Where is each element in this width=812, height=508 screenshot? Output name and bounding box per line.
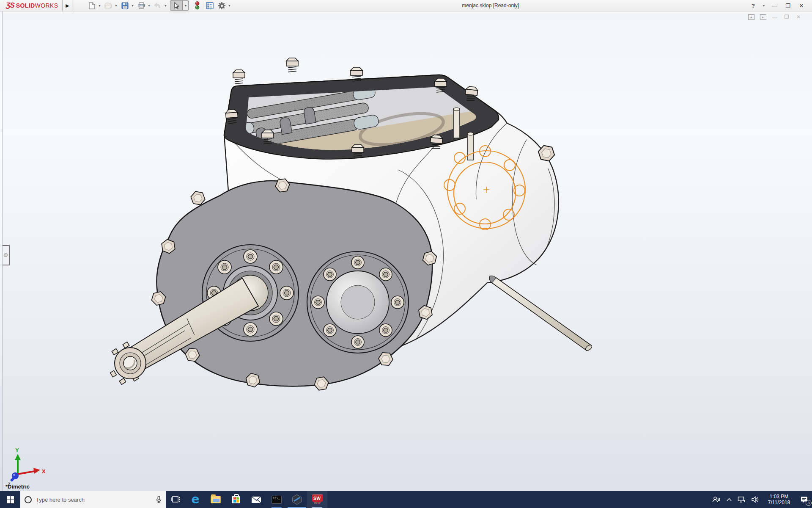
cortana-icon	[25, 496, 32, 503]
select-arrow-icon	[174, 2, 179, 9]
file-properties-button[interactable]	[205, 0, 215, 11]
new-document-icon	[89, 2, 95, 9]
mail-icon	[251, 496, 261, 503]
notification-badge: 3	[806, 500, 812, 506]
x-axis-label: X	[42, 468, 46, 475]
taskbar-icon-command-prompt[interactable]: C:\_	[266, 491, 287, 508]
network-icon	[738, 496, 746, 503]
network-button[interactable]	[735, 491, 749, 508]
traffic-light-icon	[195, 1, 200, 10]
titlebar: ƷSSOLIDWORKS ▶ ▾ ▾	[0, 0, 812, 11]
clock-date: 7/11/2018	[762, 500, 796, 505]
y-axis-arrow	[15, 454, 21, 460]
taskbar-icon-solidworks[interactable]: SW 2017	[307, 491, 327, 508]
start-button[interactable]	[0, 491, 20, 508]
new-document-button[interactable]	[87, 0, 97, 11]
print-icon	[137, 2, 145, 9]
chevron-up-icon	[727, 498, 732, 501]
help-button[interactable]: ?	[748, 1, 759, 10]
undo-caret[interactable]: ▾	[163, 0, 168, 11]
document-title: menjac sklop [Read-only]	[462, 3, 519, 8]
x-axis-arrow	[33, 468, 40, 474]
save-caret[interactable]: ▾	[130, 0, 135, 11]
open-document-caret[interactable]: ▾	[113, 0, 118, 11]
quick-access-toolbar: ▾ ▾ ▾	[87, 0, 233, 11]
hidden-icons-button[interactable]	[723, 491, 735, 508]
task-view-button[interactable]	[166, 491, 185, 508]
undo-icon	[154, 3, 162, 8]
solidworks-2017-icon: SW 2017	[312, 494, 323, 505]
taskbar-search[interactable]	[20, 491, 166, 508]
restore-button[interactable]: ❐	[782, 1, 793, 10]
taskbar-icon-file-explorer[interactable]	[206, 491, 226, 508]
speaker-icon	[752, 496, 760, 503]
front-plate[interactable]	[150, 178, 438, 391]
orientation-triad: Y X Z	[8, 447, 46, 487]
taskbar-icon-hexagon-app[interactable]	[287, 491, 307, 508]
separator	[72, 0, 72, 11]
print-caret[interactable]: ▾	[146, 0, 151, 11]
window-controls: ? ▾ — ❐ ✕	[748, 1, 812, 10]
control-rod[interactable]	[489, 276, 593, 352]
z-axis-ball	[12, 472, 19, 479]
save-button[interactable]	[120, 0, 130, 11]
save-icon	[121, 2, 129, 9]
taskbar-icon-store[interactable]	[226, 491, 246, 508]
select-tool-group: ▾	[170, 0, 189, 11]
store-icon	[232, 496, 240, 503]
minimize-button[interactable]: —	[769, 1, 780, 10]
action-center-button[interactable]: 3	[796, 491, 812, 508]
select-tool-caret[interactable]: ▾	[182, 1, 188, 10]
open-document-button[interactable]	[103, 0, 113, 11]
taskbar-icon-edge[interactable]: e	[185, 491, 206, 508]
microphone-icon[interactable]	[156, 496, 162, 503]
select-tool-button[interactable]	[170, 1, 182, 10]
close-button[interactable]: ✕	[796, 1, 807, 10]
search-input[interactable]	[36, 497, 152, 503]
taskbar-icon-mail[interactable]	[246, 491, 266, 508]
logo-mark: ƷS	[6, 1, 14, 10]
volume-button[interactable]	[749, 491, 762, 508]
task-view-icon	[171, 496, 180, 503]
options-button[interactable]	[217, 0, 227, 11]
file-properties-icon	[206, 2, 214, 9]
people-icon	[712, 496, 721, 503]
file-explorer-icon	[211, 496, 221, 503]
undo-button[interactable]	[153, 0, 163, 11]
hexagon-app-icon	[291, 494, 302, 505]
new-document-caret[interactable]: ▾	[97, 0, 102, 11]
menu-flyout-button[interactable]: ▶	[63, 0, 72, 11]
help-caret[interactable]: ▾	[761, 1, 766, 10]
gearbox-model[interactable]: Y X Z	[0, 11, 812, 491]
rebuild-button[interactable]	[192, 0, 202, 11]
taskbar: e C:\_ SW 2017	[0, 491, 812, 508]
people-button[interactable]	[710, 491, 723, 508]
open-document-icon	[104, 3, 112, 9]
taskbar-clock[interactable]: 1:03 PM 7/11/2018	[762, 494, 796, 505]
solidworks-logo: ƷSSOLIDWORKS	[0, 1, 62, 10]
clock-time: 1:03 PM	[762, 494, 796, 500]
graphics-viewport[interactable]: ◂ ▸ — ❐ ✕	[0, 11, 812, 491]
options-caret[interactable]: ▾	[227, 0, 232, 11]
command-prompt-icon: C:\_	[272, 496, 282, 504]
edge-icon: e	[192, 494, 200, 505]
y-axis-label: Y	[15, 447, 19, 453]
system-tray: 1:03 PM 7/11/2018 3	[710, 491, 812, 508]
print-button[interactable]	[136, 0, 146, 11]
view-orientation-label: *Dimetric	[5, 483, 30, 490]
windows-logo-icon	[7, 496, 14, 503]
gear-icon	[218, 2, 226, 10]
